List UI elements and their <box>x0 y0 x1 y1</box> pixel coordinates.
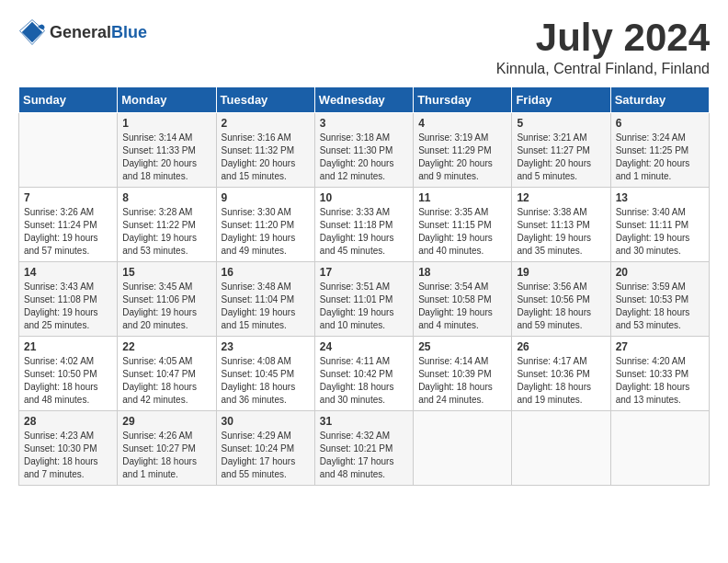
calendar-week-row: 21Sunrise: 4:02 AMSunset: 10:50 PMDaylig… <box>19 337 710 411</box>
day-info: Sunrise: 3:33 AMSunset: 11:18 PMDaylight… <box>320 206 408 258</box>
calendar-day-cell: 29Sunrise: 4:26 AMSunset: 10:27 PMDaylig… <box>118 411 216 486</box>
day-info: Sunrise: 3:26 AMSunset: 11:24 PMDaylight… <box>24 206 112 258</box>
day-info: Sunrise: 4:20 AMSunset: 10:33 PMDaylight… <box>616 355 704 407</box>
day-info: Sunrise: 3:48 AMSunset: 11:04 PMDaylight… <box>222 281 310 332</box>
calendar-day-cell <box>414 411 512 486</box>
day-number: 12 <box>517 191 605 204</box>
day-number: 3 <box>320 117 408 130</box>
day-number: 29 <box>122 415 210 428</box>
day-number: 16 <box>222 266 310 279</box>
day-number: 31 <box>320 415 408 428</box>
calendar-day-cell: 2Sunrise: 3:16 AMSunset: 11:32 PMDayligh… <box>216 113 314 188</box>
calendar-day-cell: 10Sunrise: 3:33 AMSunset: 11:18 PMDaylig… <box>314 188 413 262</box>
day-number: 17 <box>320 266 408 279</box>
svg-marker-0 <box>22 22 43 43</box>
calendar-day-cell: 25Sunrise: 4:14 AMSunset: 10:39 PMDaylig… <box>414 337 512 411</box>
header-day-thursday: Thursday <box>414 87 512 113</box>
day-number: 22 <box>122 340 210 353</box>
day-info: Sunrise: 4:17 AMSunset: 10:36 PMDaylight… <box>517 355 605 407</box>
day-info: Sunrise: 3:24 AMSunset: 11:25 PMDaylight… <box>616 132 704 183</box>
day-number: 23 <box>222 340 310 353</box>
day-number: 24 <box>320 340 408 353</box>
calendar-day-cell: 31Sunrise: 4:32 AMSunset: 10:21 PMDaylig… <box>314 411 413 486</box>
day-info: Sunrise: 3:56 AMSunset: 10:56 PMDaylight… <box>517 281 605 332</box>
day-number: 25 <box>418 340 506 353</box>
day-info: Sunrise: 3:30 AMSunset: 11:20 PMDaylight… <box>222 206 310 258</box>
day-number: 8 <box>122 191 210 204</box>
day-number: 30 <box>222 415 310 428</box>
day-info: Sunrise: 3:35 AMSunset: 11:15 PMDaylight… <box>418 206 506 258</box>
day-number: 19 <box>517 266 605 279</box>
header-day-saturday: Saturday <box>610 87 709 113</box>
day-info: Sunrise: 3:18 AMSunset: 11:30 PMDaylight… <box>320 132 408 183</box>
day-info: Sunrise: 3:45 AMSunset: 11:06 PMDaylight… <box>122 281 210 332</box>
header-day-tuesday: Tuesday <box>216 87 314 113</box>
calendar-day-cell <box>19 113 118 188</box>
calendar-day-cell: 6Sunrise: 3:24 AMSunset: 11:25 PMDayligh… <box>610 113 709 188</box>
day-number: 13 <box>616 191 704 204</box>
calendar-week-row: 1Sunrise: 3:14 AMSunset: 11:33 PMDayligh… <box>19 113 710 188</box>
calendar-day-cell: 20Sunrise: 3:59 AMSunset: 10:53 PMDaylig… <box>610 262 709 337</box>
calendar-day-cell: 5Sunrise: 3:21 AMSunset: 11:27 PMDayligh… <box>512 113 610 188</box>
calendar-day-cell: 14Sunrise: 3:43 AMSunset: 11:08 PMDaylig… <box>19 262 118 337</box>
calendar-day-cell: 19Sunrise: 3:56 AMSunset: 10:56 PMDaylig… <box>512 262 610 337</box>
month-year-title: July 2024 <box>496 18 710 57</box>
calendar-day-cell: 3Sunrise: 3:18 AMSunset: 11:30 PMDayligh… <box>314 113 413 188</box>
calendar-week-row: 28Sunrise: 4:23 AMSunset: 10:30 PMDaylig… <box>19 411 710 486</box>
day-info: Sunrise: 3:21 AMSunset: 11:27 PMDaylight… <box>517 132 605 183</box>
logo-blue-text: Blue <box>111 23 147 41</box>
header-day-monday: Monday <box>118 87 216 113</box>
header-day-wednesday: Wednesday <box>314 87 413 113</box>
day-info: Sunrise: 3:54 AMSunset: 10:58 PMDaylight… <box>418 281 506 332</box>
day-info: Sunrise: 4:02 AMSunset: 10:50 PMDaylight… <box>24 355 112 407</box>
day-number: 7 <box>24 191 112 204</box>
logo: GeneralBlue <box>18 18 147 46</box>
day-info: Sunrise: 3:59 AMSunset: 10:53 PMDaylight… <box>616 281 704 332</box>
header-day-sunday: Sunday <box>19 87 118 113</box>
day-number: 9 <box>222 191 310 204</box>
day-number: 20 <box>616 266 704 279</box>
calendar-day-cell: 15Sunrise: 3:45 AMSunset: 11:06 PMDaylig… <box>118 262 216 337</box>
day-info: Sunrise: 3:14 AMSunset: 11:33 PMDaylight… <box>122 132 210 183</box>
calendar-day-cell: 24Sunrise: 4:11 AMSunset: 10:42 PMDaylig… <box>314 337 413 411</box>
calendar-day-cell: 12Sunrise: 3:38 AMSunset: 11:13 PMDaylig… <box>512 188 610 262</box>
day-info: Sunrise: 4:29 AMSunset: 10:24 PMDaylight… <box>222 430 310 481</box>
day-number: 14 <box>24 266 112 279</box>
header: GeneralBlue July 2024 Kinnula, Central F… <box>18 18 710 77</box>
day-number: 10 <box>320 191 408 204</box>
day-info: Sunrise: 4:08 AMSunset: 10:45 PMDaylight… <box>222 355 310 407</box>
day-info: Sunrise: 3:19 AMSunset: 11:29 PMDaylight… <box>418 132 506 183</box>
calendar-day-cell: 13Sunrise: 3:40 AMSunset: 11:11 PMDaylig… <box>610 188 709 262</box>
day-number: 27 <box>616 340 704 353</box>
day-info: Sunrise: 3:38 AMSunset: 11:13 PMDaylight… <box>517 206 605 258</box>
title-area: July 2024 Kinnula, Central Finland, Finl… <box>496 18 710 77</box>
calendar-day-cell: 28Sunrise: 4:23 AMSunset: 10:30 PMDaylig… <box>19 411 118 486</box>
calendar-day-cell: 17Sunrise: 3:51 AMSunset: 11:01 PMDaylig… <box>314 262 413 337</box>
calendar-day-cell: 4Sunrise: 3:19 AMSunset: 11:29 PMDayligh… <box>414 113 512 188</box>
location-subtitle: Kinnula, Central Finland, Finland <box>496 61 710 77</box>
day-info: Sunrise: 4:32 AMSunset: 10:21 PMDaylight… <box>320 430 408 481</box>
calendar-day-cell: 8Sunrise: 3:28 AMSunset: 11:22 PMDayligh… <box>118 188 216 262</box>
day-number: 11 <box>418 191 506 204</box>
calendar-day-cell: 23Sunrise: 4:08 AMSunset: 10:45 PMDaylig… <box>216 337 314 411</box>
calendar-week-row: 7Sunrise: 3:26 AMSunset: 11:24 PMDayligh… <box>19 188 710 262</box>
day-info: Sunrise: 4:05 AMSunset: 10:47 PMDaylight… <box>122 355 210 407</box>
day-info: Sunrise: 3:51 AMSunset: 11:01 PMDaylight… <box>320 281 408 332</box>
calendar-week-row: 14Sunrise: 3:43 AMSunset: 11:08 PMDaylig… <box>19 262 710 337</box>
day-info: Sunrise: 4:14 AMSunset: 10:39 PMDaylight… <box>418 355 506 407</box>
calendar-day-cell: 11Sunrise: 3:35 AMSunset: 11:15 PMDaylig… <box>414 188 512 262</box>
calendar-day-cell: 26Sunrise: 4:17 AMSunset: 10:36 PMDaylig… <box>512 337 610 411</box>
calendar-day-cell: 27Sunrise: 4:20 AMSunset: 10:33 PMDaylig… <box>610 337 709 411</box>
day-number: 18 <box>418 266 506 279</box>
day-info: Sunrise: 4:11 AMSunset: 10:42 PMDaylight… <box>320 355 408 407</box>
day-number: 21 <box>24 340 112 353</box>
day-info: Sunrise: 4:26 AMSunset: 10:27 PMDaylight… <box>122 430 210 481</box>
day-number: 26 <box>517 340 605 353</box>
calendar-day-cell: 21Sunrise: 4:02 AMSunset: 10:50 PMDaylig… <box>19 337 118 411</box>
day-number: 4 <box>418 117 506 130</box>
calendar-day-cell: 30Sunrise: 4:29 AMSunset: 10:24 PMDaylig… <box>216 411 314 486</box>
header-day-friday: Friday <box>512 87 610 113</box>
logo-general-text: General <box>50 23 111 41</box>
calendar-day-cell: 1Sunrise: 3:14 AMSunset: 11:33 PMDayligh… <box>118 113 216 188</box>
day-number: 15 <box>122 266 210 279</box>
